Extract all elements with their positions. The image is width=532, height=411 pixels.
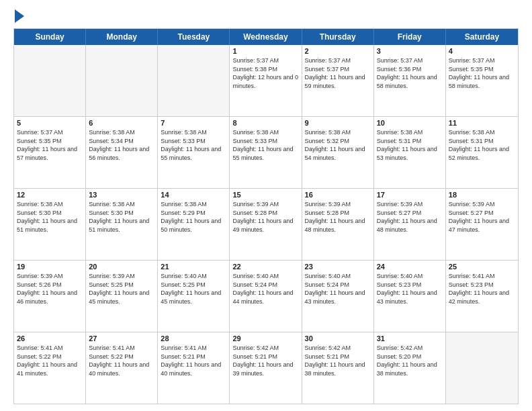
day-cell-10: 10Sunrise: 5:38 AM Sunset: 5:31 PM Dayli… xyxy=(374,117,446,188)
day-number: 26 xyxy=(17,334,83,342)
day-cell-11: 11Sunrise: 5:38 AM Sunset: 5:31 PM Dayli… xyxy=(446,117,518,188)
logo-arrow-icon xyxy=(15,9,24,23)
cell-info: Sunrise: 5:37 AM Sunset: 5:35 PM Dayligh… xyxy=(449,56,515,90)
day-number: 8 xyxy=(232,119,298,127)
cell-info: Sunrise: 5:41 AM Sunset: 5:21 PM Dayligh… xyxy=(161,344,226,377)
day-number: 17 xyxy=(377,191,443,199)
cell-info: Sunrise: 5:38 AM Sunset: 5:31 PM Dayligh… xyxy=(449,128,515,162)
day-number: 15 xyxy=(232,191,298,199)
day-cell-12: 12Sunrise: 5:38 AM Sunset: 5:30 PM Dayli… xyxy=(14,189,86,260)
cell-info: Sunrise: 5:42 AM Sunset: 5:21 PM Dayligh… xyxy=(232,344,298,377)
day-number: 9 xyxy=(305,119,371,127)
empty-cell xyxy=(14,45,86,116)
day-number: 23 xyxy=(305,263,371,271)
cell-info: Sunrise: 5:37 AM Sunset: 5:36 PM Dayligh… xyxy=(377,56,443,90)
cell-info: Sunrise: 5:40 AM Sunset: 5:24 PM Dayligh… xyxy=(305,272,371,306)
calendar: SundayMondayTuesdayWednesdayThursdayFrid… xyxy=(13,28,519,404)
cell-info: Sunrise: 5:38 AM Sunset: 5:34 PM Dayligh… xyxy=(89,128,154,162)
cell-info: Sunrise: 5:39 AM Sunset: 5:28 PM Dayligh… xyxy=(305,200,371,234)
day-cell-13: 13Sunrise: 5:38 AM Sunset: 5:30 PM Dayli… xyxy=(86,189,158,260)
day-number: 12 xyxy=(17,191,83,199)
day-cell-4: 4Sunrise: 5:37 AM Sunset: 5:35 PM Daylig… xyxy=(446,45,518,116)
day-cell-24: 24Sunrise: 5:40 AM Sunset: 5:23 PM Dayli… xyxy=(374,261,446,332)
day-number: 18 xyxy=(449,191,515,199)
day-number: 3 xyxy=(377,47,443,55)
cell-info: Sunrise: 5:42 AM Sunset: 5:20 PM Dayligh… xyxy=(377,344,443,377)
day-cell-15: 15Sunrise: 5:39 AM Sunset: 5:28 PM Dayli… xyxy=(230,189,302,260)
empty-cell xyxy=(158,45,230,116)
cell-info: Sunrise: 5:38 AM Sunset: 5:31 PM Dayligh… xyxy=(377,128,443,162)
day-cell-22: 22Sunrise: 5:40 AM Sunset: 5:24 PM Dayli… xyxy=(230,261,302,332)
empty-cell xyxy=(446,332,518,404)
cell-info: Sunrise: 5:41 AM Sunset: 5:23 PM Dayligh… xyxy=(449,272,515,306)
day-cell-19: 19Sunrise: 5:39 AM Sunset: 5:26 PM Dayli… xyxy=(14,261,86,332)
day-cell-28: 28Sunrise: 5:41 AM Sunset: 5:21 PM Dayli… xyxy=(158,332,230,404)
day-cell-20: 20Sunrise: 5:39 AM Sunset: 5:25 PM Dayli… xyxy=(86,261,158,332)
cell-info: Sunrise: 5:39 AM Sunset: 5:27 PM Dayligh… xyxy=(377,200,443,234)
calendar-page: SundayMondayTuesdayWednesdayThursdayFrid… xyxy=(0,0,532,411)
logo xyxy=(13,11,24,23)
cell-info: Sunrise: 5:38 AM Sunset: 5:32 PM Dayligh… xyxy=(305,128,371,162)
empty-cell xyxy=(86,45,158,116)
day-cell-31: 31Sunrise: 5:42 AM Sunset: 5:20 PM Dayli… xyxy=(374,332,446,404)
day-number: 1 xyxy=(232,47,298,55)
day-cell-27: 27Sunrise: 5:41 AM Sunset: 5:22 PM Dayli… xyxy=(86,332,158,404)
cell-info: Sunrise: 5:39 AM Sunset: 5:27 PM Dayligh… xyxy=(449,200,515,234)
header-day-saturday: Saturday xyxy=(446,29,518,45)
day-number: 14 xyxy=(161,191,226,199)
cell-info: Sunrise: 5:38 AM Sunset: 5:30 PM Dayligh… xyxy=(17,200,83,234)
cell-info: Sunrise: 5:37 AM Sunset: 5:38 PM Dayligh… xyxy=(232,56,298,90)
day-number: 27 xyxy=(89,334,154,342)
header-day-monday: Monday xyxy=(86,29,158,45)
cell-info: Sunrise: 5:42 AM Sunset: 5:21 PM Dayligh… xyxy=(305,344,371,377)
cell-info: Sunrise: 5:40 AM Sunset: 5:23 PM Dayligh… xyxy=(377,272,443,306)
day-number: 5 xyxy=(17,119,83,127)
day-number: 7 xyxy=(161,119,226,127)
cell-info: Sunrise: 5:38 AM Sunset: 5:29 PM Dayligh… xyxy=(161,200,226,234)
day-cell-21: 21Sunrise: 5:40 AM Sunset: 5:25 PM Dayli… xyxy=(158,261,230,332)
cell-info: Sunrise: 5:39 AM Sunset: 5:26 PM Dayligh… xyxy=(17,272,83,306)
day-number: 21 xyxy=(161,263,226,271)
cell-info: Sunrise: 5:40 AM Sunset: 5:25 PM Dayligh… xyxy=(161,272,226,306)
day-number: 24 xyxy=(377,263,443,271)
day-cell-23: 23Sunrise: 5:40 AM Sunset: 5:24 PM Dayli… xyxy=(302,261,374,332)
day-cell-9: 9Sunrise: 5:38 AM Sunset: 5:32 PM Daylig… xyxy=(302,117,374,188)
cell-info: Sunrise: 5:38 AM Sunset: 5:33 PM Dayligh… xyxy=(232,128,298,162)
calendar-body: 1Sunrise: 5:37 AM Sunset: 5:38 PM Daylig… xyxy=(14,45,518,404)
day-number: 28 xyxy=(161,334,226,342)
day-number: 11 xyxy=(449,119,515,127)
day-cell-2: 2Sunrise: 5:37 AM Sunset: 5:37 PM Daylig… xyxy=(302,45,374,116)
day-cell-25: 25Sunrise: 5:41 AM Sunset: 5:23 PM Dayli… xyxy=(446,261,518,332)
day-cell-7: 7Sunrise: 5:38 AM Sunset: 5:33 PM Daylig… xyxy=(158,117,230,188)
header xyxy=(13,11,519,23)
cell-info: Sunrise: 5:37 AM Sunset: 5:35 PM Dayligh… xyxy=(17,128,83,162)
day-number: 6 xyxy=(89,119,154,127)
day-cell-30: 30Sunrise: 5:42 AM Sunset: 5:21 PM Dayli… xyxy=(302,332,374,404)
cell-info: Sunrise: 5:40 AM Sunset: 5:24 PM Dayligh… xyxy=(232,272,298,306)
calendar-header: SundayMondayTuesdayWednesdayThursdayFrid… xyxy=(14,29,518,45)
day-cell-3: 3Sunrise: 5:37 AM Sunset: 5:36 PM Daylig… xyxy=(374,45,446,116)
header-day-wednesday: Wednesday xyxy=(230,29,302,45)
calendar-row-1: 1Sunrise: 5:37 AM Sunset: 5:38 PM Daylig… xyxy=(14,45,518,117)
day-cell-26: 26Sunrise: 5:41 AM Sunset: 5:22 PM Dayli… xyxy=(14,332,86,404)
cell-info: Sunrise: 5:41 AM Sunset: 5:22 PM Dayligh… xyxy=(89,344,154,377)
calendar-row-4: 19Sunrise: 5:39 AM Sunset: 5:26 PM Dayli… xyxy=(14,261,518,332)
day-cell-17: 17Sunrise: 5:39 AM Sunset: 5:27 PM Dayli… xyxy=(374,189,446,260)
day-number: 29 xyxy=(232,334,298,342)
header-day-tuesday: Tuesday xyxy=(158,29,230,45)
calendar-row-3: 12Sunrise: 5:38 AM Sunset: 5:30 PM Dayli… xyxy=(14,189,518,261)
day-number: 22 xyxy=(232,263,298,271)
day-number: 31 xyxy=(377,334,443,342)
day-cell-18: 18Sunrise: 5:39 AM Sunset: 5:27 PM Dayli… xyxy=(446,189,518,260)
cell-info: Sunrise: 5:37 AM Sunset: 5:37 PM Dayligh… xyxy=(305,56,371,90)
header-day-thursday: Thursday xyxy=(302,29,374,45)
day-cell-1: 1Sunrise: 5:37 AM Sunset: 5:38 PM Daylig… xyxy=(230,45,302,116)
day-number: 13 xyxy=(89,191,154,199)
day-number: 16 xyxy=(305,191,371,199)
cell-info: Sunrise: 5:38 AM Sunset: 5:33 PM Dayligh… xyxy=(161,128,226,162)
cell-info: Sunrise: 5:39 AM Sunset: 5:25 PM Dayligh… xyxy=(89,272,154,306)
day-number: 25 xyxy=(449,263,515,271)
day-cell-14: 14Sunrise: 5:38 AM Sunset: 5:29 PM Dayli… xyxy=(158,189,230,260)
day-cell-8: 8Sunrise: 5:38 AM Sunset: 5:33 PM Daylig… xyxy=(230,117,302,188)
day-number: 30 xyxy=(305,334,371,342)
